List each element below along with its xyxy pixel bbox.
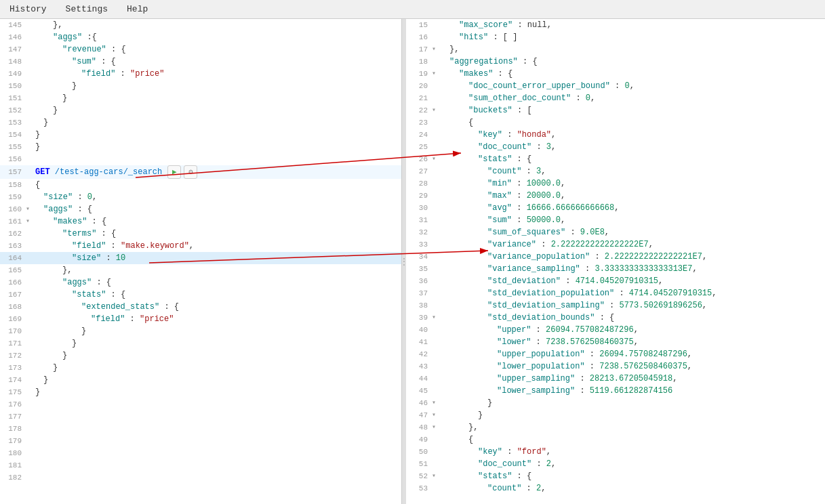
code-line: 40"upper" : 26094.757082487296, (406, 324, 825, 336)
code-line: 39▾"std_deviation_bounds" : { (406, 312, 825, 324)
collapse-arrow-icon[interactable]: ▾ (432, 397, 440, 409)
collapse-arrow-icon[interactable]: ▾ (432, 312, 440, 324)
line-number: 166 (0, 276, 26, 289)
line-content: "extended_stats" : { (34, 301, 401, 313)
line-number: 31 (406, 214, 432, 226)
code-line: 44"upper_sampling" : 28213.67205045918, (406, 373, 825, 385)
code-line: 24"key" : "honda", (406, 129, 825, 141)
menu-settings[interactable]: Settings (62, 3, 112, 16)
left-editor-panel[interactable]: 145},146"aggs" :{147"revenue" : {148"sum… (0, 19, 402, 504)
line-content: { (34, 179, 401, 191)
line-content: "stats" : { (34, 289, 401, 301)
line-content: } (34, 374, 401, 386)
code-line: 181 (0, 459, 401, 471)
collapse-arrow-icon[interactable]: ▾ (432, 68, 440, 80)
line-content: "makes" : { (440, 68, 825, 80)
line-content: "std_deviation_sampling" : 5773.50269189… (440, 299, 825, 312)
code-line: 173} (0, 362, 401, 374)
line-content: "key" : "honda", (440, 129, 825, 141)
collapse-arrow-icon[interactable]: ▾ (26, 215, 34, 228)
code-line: 152} (0, 104, 401, 117)
line-number: 26 (406, 153, 432, 165)
line-content: } (34, 104, 401, 117)
right-code-area: 15"max_score" : null,16"hits" : [ ]17▾},… (406, 19, 825, 495)
code-line: 37"std_deviation_population" : 4714.0452… (406, 287, 825, 299)
collapse-arrow-icon[interactable]: ▾ (432, 470, 440, 482)
line-content: "stats" : { (440, 153, 825, 165)
line-number: 148 (0, 56, 26, 68)
line-number: 168 (0, 301, 26, 313)
line-content: "max" : 20000.0, (440, 190, 825, 202)
code-line: 29"max" : 20000.0, (406, 190, 825, 202)
code-line: 36"std_deviation" : 4714.045207910315, (406, 275, 825, 287)
line-number: 45 (406, 385, 432, 397)
menu-help[interactable]: Help (123, 3, 152, 16)
line-number: 50 (406, 446, 432, 458)
collapse-arrow-icon[interactable]: ▾ (432, 104, 440, 117)
line-number: 24 (406, 129, 432, 141)
code-line: 171} (0, 337, 401, 350)
line-content: "std_deviation" : 4714.045207910315, (440, 275, 825, 287)
line-number: 23 (406, 117, 432, 129)
line-number: 163 (0, 240, 26, 252)
line-content: } (34, 92, 401, 104)
menu-history[interactable]: History (5, 3, 51, 16)
line-number: 182 (0, 471, 26, 484)
collapse-arrow-icon[interactable]: ▾ (26, 203, 34, 215)
line-number: 49 (406, 434, 432, 446)
line-number: 38 (406, 299, 432, 312)
line-content: } (440, 409, 825, 421)
line-number: 174 (0, 374, 26, 386)
collapse-arrow-icon[interactable]: ▾ (432, 153, 440, 165)
line-number: 40 (406, 324, 432, 336)
line-content: "upper_sampling" : 28213.67205045918, (440, 373, 825, 385)
code-line: 175} (0, 386, 401, 398)
line-content: "key" : "ford", (440, 446, 825, 458)
line-content: }, (440, 421, 825, 434)
line-content: "field" : "make.keyword", (34, 240, 401, 252)
line-content: "buckets" : [ (440, 104, 825, 117)
line-content: "std_deviation_bounds" : { (440, 312, 825, 324)
code-line: 50"key" : "ford", (406, 446, 825, 458)
line-content: "sum_of_squares" : 9.0E8, (440, 226, 825, 238)
code-line: 161▾"makes" : { (0, 215, 401, 228)
line-number: 152 (0, 104, 26, 117)
code-line: 156 (0, 153, 401, 165)
line-number: 150 (0, 80, 26, 92)
code-line: 33"variance" : 2.2222222222222222E7, (406, 238, 825, 251)
code-line: 164"size" : 10 (0, 252, 401, 264)
line-number: 159 (0, 191, 26, 203)
code-line: 148"sum" : { (0, 56, 401, 68)
right-editor-panel[interactable]: 15"max_score" : null,16"hits" : [ ]17▾},… (406, 19, 825, 504)
line-number: 42 (406, 348, 432, 360)
line-content: "sum" : { (34, 56, 401, 68)
code-line: 34"variance_population" : 2.222222222222… (406, 251, 825, 263)
line-content: } (34, 117, 401, 129)
line-number: 177 (0, 411, 26, 423)
collapse-arrow-icon[interactable]: ▾ (432, 43, 440, 56)
line-number: 19 (406, 68, 432, 80)
code-line: 21"sum_other_doc_count" : 0, (406, 92, 825, 104)
code-line: 28"min" : 10000.0, (406, 177, 825, 190)
run-button[interactable]: ▶ (167, 165, 181, 179)
line-content: "min" : 10000.0, (440, 177, 825, 190)
settings-button[interactable]: ⚙ (184, 165, 197, 179)
line-content: "count" : 3, (440, 165, 825, 177)
line-number: 25 (406, 141, 432, 153)
line-number: 27 (406, 165, 432, 177)
line-content: "aggs" :{ (34, 31, 401, 43)
collapse-arrow-icon[interactable]: ▾ (432, 409, 440, 421)
line-number: 173 (0, 362, 26, 374)
line-content: }, (440, 43, 825, 56)
line-number: 147 (0, 43, 26, 56)
collapse-arrow-icon[interactable]: ▾ (432, 421, 440, 434)
line-number: 29 (406, 190, 432, 202)
code-line: 145}, (0, 19, 401, 31)
line-number: 154 (0, 129, 26, 141)
code-line: 182 (0, 471, 401, 484)
code-line: 46▾} (406, 397, 825, 409)
code-line: 19▾"makes" : { (406, 68, 825, 80)
line-content: } (34, 337, 401, 350)
line-content: } (34, 350, 401, 362)
line-content: "variance" : 2.2222222222222222E7, (440, 238, 825, 251)
